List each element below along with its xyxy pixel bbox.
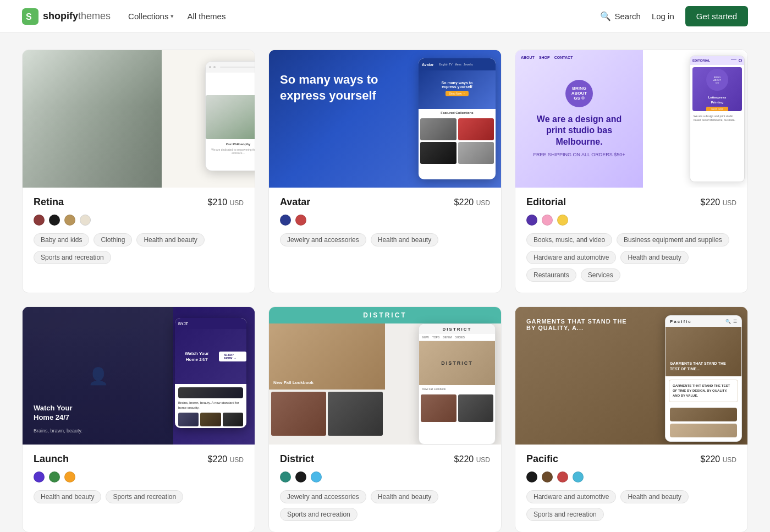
editorial-info: Editorial $220 USD Books, music, and vid… [515, 188, 747, 293]
all-themes-nav-item[interactable]: All themes [187, 12, 226, 21]
pacific-price: $220 USD [701, 454, 736, 464]
tag[interactable]: Sports and recreation [34, 251, 111, 264]
avatar-hero-text: So many ways toexpress yourself [280, 72, 378, 103]
tag[interactable]: Sports and recreation [106, 490, 183, 503]
district-tags: Jewelry and accessories Health and beaut… [280, 490, 490, 521]
theme-card-district[interactable]: DISTRICT New Fall Lookbook DISTRICT [268, 306, 502, 532]
swatch[interactable] [557, 471, 568, 482]
theme-card-avatar[interactable]: So many ways toexpress yourself Avatar E… [268, 50, 502, 293]
swatch[interactable] [526, 215, 537, 226]
swatch[interactable] [49, 215, 60, 226]
tag[interactable]: Hardware and automotive [526, 490, 616, 503]
pacific-tags: Hardware and automotive Health and beaut… [526, 490, 736, 521]
pacific-mobile-preview: Pacific 🔍 ☰ GARMENTS THAT STAND THETEST … [665, 315, 742, 442]
launch-title-row: Launch $220 USD [34, 453, 244, 465]
swatch[interactable] [34, 215, 45, 226]
main-content: RETINA Our Philosophy We are dedicated t… [0, 33, 770, 532]
theme-grid: RETINA Our Philosophy We are dedicated t… [22, 50, 748, 532]
login-button[interactable]: Log in [652, 12, 674, 21]
retina-title-row: Retina $210 USD [34, 196, 244, 208]
editorial-name: Editorial [526, 196, 566, 208]
swatch[interactable] [295, 215, 306, 226]
launch-name: Launch [34, 453, 69, 465]
search-button[interactable]: 🔍 Search [600, 11, 641, 21]
swatch[interactable] [64, 215, 75, 226]
tag[interactable]: Books, music, and video [526, 233, 612, 246]
theme-preview-district: DISTRICT New Fall Lookbook DISTRICT [269, 307, 501, 445]
avatar-tags: Jewelry and accessories Health and beaut… [280, 233, 490, 246]
theme-preview-pacific: GARMENTS THAT STAND THEBY QUALITY, A... … [515, 307, 747, 445]
tag[interactable]: Health and beauty [620, 251, 688, 264]
swatch[interactable] [311, 471, 322, 482]
pacific-overlay-text: GARMENTS THAT STAND THEBY QUALITY, A... [526, 318, 627, 331]
theme-preview-editorial: ABOUT SHOP CONTACT BRINGABOUTGS ® We are… [515, 50, 747, 188]
avatar-name: Avatar [280, 196, 310, 208]
district-swatches [280, 471, 490, 482]
tag[interactable]: Health and beauty [620, 490, 688, 503]
swatch[interactable] [280, 215, 291, 226]
theme-preview-launch: 👤 Watch YourHome 24/7 Brains, brawn, bea… [23, 307, 255, 445]
retina-tags: Baby and kids Clothing Health and beauty… [34, 233, 244, 264]
tag[interactable]: Sports and recreation [280, 508, 358, 521]
editorial-price: $220 USD [701, 198, 736, 207]
district-mobile-preview: DISTRICT NEWTOPSDENIMSHOES DISTRICT New … [419, 323, 496, 445]
tag[interactable]: Jewelry and accessories [280, 490, 366, 503]
tag[interactable]: Sports and recreation [526, 508, 604, 521]
launch-mobile-preview: BYJT Watch Your Home 24/7 SHOP NOW → Bra… [175, 318, 246, 428]
tag[interactable]: Baby and kids [34, 233, 89, 246]
swatch[interactable] [542, 215, 553, 226]
tag[interactable]: Business equipment and supplies [617, 233, 729, 246]
swatch[interactable] [295, 471, 306, 482]
retina-bg [23, 50, 162, 188]
tag[interactable]: Health and beauty [34, 490, 101, 503]
avatar-price: $220 USD [454, 198, 490, 207]
shopify-logo-icon: S [22, 8, 38, 25]
swatch[interactable] [280, 471, 291, 482]
avatar-swatches [280, 215, 490, 226]
theme-card-launch[interactable]: 👤 Watch YourHome 24/7 Brains, brawn, bea… [22, 306, 255, 532]
tag[interactable]: Health and beauty [136, 233, 204, 246]
site-header: S shopifythemes Collections ▾ All themes… [0, 0, 770, 33]
swatch[interactable] [34, 471, 45, 482]
swatch[interactable] [526, 471, 537, 482]
logo-text: shopifythemes [43, 10, 111, 22]
editorial-tags: Books, music, and video Business equipme… [526, 233, 736, 282]
district-title-row: District $220 USD [280, 453, 490, 465]
retina-name: Retina [34, 196, 64, 208]
swatch[interactable] [64, 471, 75, 482]
swatch[interactable] [49, 471, 60, 482]
site-logo[interactable]: S shopifythemes [22, 8, 111, 25]
pacific-title-row: Pacific $220 USD [526, 453, 736, 465]
tag[interactable]: Jewelry and accessories [280, 233, 366, 246]
district-price: $220 USD [454, 454, 490, 464]
tag[interactable]: Health and beauty [371, 233, 438, 246]
launch-price: $220 USD [208, 454, 244, 464]
pacific-name: Pacific [526, 453, 558, 465]
svg-text:S: S [26, 12, 32, 21]
theme-card-editorial[interactable]: ABOUT SHOP CONTACT BRINGABOUTGS ® We are… [515, 50, 748, 293]
retina-swatches [34, 215, 244, 226]
theme-preview-retina: RETINA Our Philosophy We are dedicated t… [23, 50, 255, 188]
theme-card-retina[interactable]: RETINA Our Philosophy We are dedicated t… [22, 50, 255, 293]
tag[interactable]: Restaurants [526, 268, 576, 282]
swatch[interactable] [573, 471, 584, 482]
theme-card-pacific[interactable]: GARMENTS THAT STAND THEBY QUALITY, A... … [515, 306, 748, 532]
district-info: District $220 USD Jewelry and accessorie… [269, 445, 501, 532]
tag[interactable]: Hardware and automotive [526, 251, 616, 264]
get-started-button[interactable]: Get started [685, 6, 748, 26]
collections-nav-item[interactable]: Collections ▾ [128, 12, 174, 21]
tag[interactable]: Health and beauty [371, 490, 438, 503]
avatar-mobile-preview: Avatar English TV Mens Jewelry So many w… [419, 58, 496, 179]
swatch[interactable] [557, 215, 568, 226]
search-icon: 🔍 [600, 11, 611, 21]
pacific-swatches [526, 471, 736, 482]
avatar-info: Avatar $220 USD Jewelry and accessories … [269, 188, 501, 257]
tag[interactable]: Services [581, 268, 620, 282]
retina-info: Retina $210 USD Baby and kids Clothing H… [23, 188, 255, 275]
tag[interactable]: Clothing [94, 233, 132, 246]
launch-swatches [34, 471, 244, 482]
swatch[interactable] [80, 215, 91, 226]
swatch[interactable] [542, 471, 553, 482]
header-right: 🔍 Search Log in Get started [600, 6, 748, 26]
district-name: District [280, 453, 314, 465]
